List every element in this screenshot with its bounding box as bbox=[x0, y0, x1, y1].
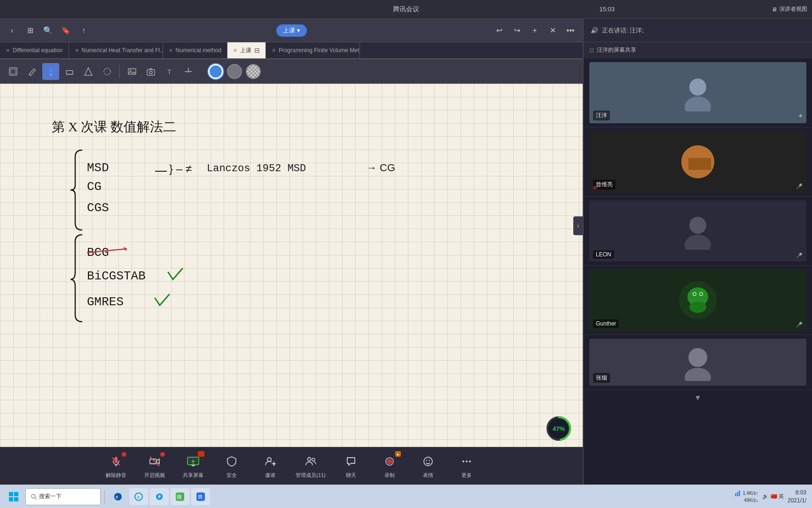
svg-point-43 bbox=[424, 457, 432, 466]
svg-text:e: e bbox=[137, 495, 140, 500]
chat-btn[interactable]: 聊天 bbox=[338, 453, 364, 479]
svg-rect-50 bbox=[14, 492, 18, 496]
share-screen-icon bbox=[184, 453, 203, 470]
manage-members-btn[interactable]: 管理成员(11) bbox=[296, 453, 326, 479]
image-tool[interactable] bbox=[124, 63, 141, 80]
participant-gunther-video: Gunther 🎤 bbox=[589, 270, 806, 331]
collapse-panel-btn[interactable]: › bbox=[573, 216, 583, 235]
svg-line-54 bbox=[35, 498, 37, 500]
svg-text:e: e bbox=[116, 494, 118, 500]
system-tray: 1.4K/s↑49K/s↓ 🔊 🇨🇳 英 8:03 2021/1/ bbox=[583, 484, 812, 508]
color-blue[interactable] bbox=[208, 64, 223, 79]
class-btn[interactable]: 上课 ▾ bbox=[276, 24, 307, 37]
participant-gunther: Gunther 🎤 bbox=[584, 266, 812, 335]
tab-differential-equation[interactable]: ✕ Differential equation bbox=[0, 42, 69, 58]
undo-btn[interactable]: ↩ bbox=[492, 23, 507, 38]
color-pattern[interactable] bbox=[246, 64, 261, 79]
svg-point-53 bbox=[31, 494, 35, 498]
search-label: 搜索一下 bbox=[39, 492, 62, 500]
taskbar-edge[interactable] bbox=[150, 488, 169, 505]
svg-text:腾: 腾 bbox=[198, 494, 203, 500]
tab-close-icon[interactable]: ✕ bbox=[6, 48, 10, 54]
tab-close-icon[interactable]: ✕ bbox=[75, 48, 79, 54]
svg-point-48 bbox=[469, 460, 471, 462]
more-btn[interactable]: ••• bbox=[563, 23, 578, 38]
svg-point-44 bbox=[426, 460, 427, 461]
svg-text:47%: 47% bbox=[553, 425, 565, 432]
svg-rect-51 bbox=[9, 497, 13, 501]
close-btn[interactable]: ✕ bbox=[545, 23, 560, 38]
select-tool[interactable] bbox=[5, 63, 22, 80]
svg-point-63 bbox=[689, 79, 706, 95]
tab-numerical-heat-transfer[interactable]: ✕ Numerical Heat Transfer and Fl... bbox=[69, 42, 163, 58]
taskbar-ie[interactable]: e bbox=[129, 488, 148, 505]
share-btn[interactable]: ↑ bbox=[76, 23, 91, 38]
taskbar-win-icon[interactable]: e bbox=[109, 488, 127, 505]
tab-programming-fvm[interactable]: ✕ Programming Finite Volume Met... bbox=[266, 42, 360, 58]
manage-members-icon bbox=[301, 453, 320, 470]
redo-btn[interactable]: ↪ bbox=[509, 23, 524, 38]
tab-close-icon[interactable]: ✕ bbox=[233, 48, 237, 54]
svg-point-17 bbox=[187, 71, 189, 72]
svg-point-46 bbox=[462, 460, 464, 462]
svg-rect-52 bbox=[14, 497, 18, 501]
tab-numerical-method[interactable]: ✕ Numerical method bbox=[163, 42, 227, 58]
svg-point-67 bbox=[689, 217, 706, 234]
taskbar-wechat[interactable]: 微 bbox=[171, 488, 189, 505]
lasso-tool[interactable] bbox=[99, 63, 116, 80]
participant-leon-video: LEON 🎤 bbox=[589, 200, 806, 262]
bookmark-btn[interactable]: 🔖 bbox=[58, 23, 73, 38]
participant-leon-icons: 🎤 bbox=[796, 253, 803, 259]
grid-btn[interactable]: ⊞ bbox=[23, 23, 38, 38]
taskbar-tencent[interactable]: 腾 bbox=[191, 488, 210, 505]
color-tools bbox=[208, 64, 261, 79]
svg-point-45 bbox=[429, 460, 430, 461]
record-btn[interactable]: ▲ 录制 bbox=[376, 453, 403, 479]
tab-close-icon[interactable]: ✕ bbox=[169, 48, 173, 54]
start-btn[interactable] bbox=[4, 488, 23, 505]
participant-wangyang-icons: 🎤 bbox=[796, 114, 803, 120]
eraser-tool[interactable] bbox=[61, 63, 78, 80]
color-light[interactable] bbox=[227, 64, 242, 79]
more-btn[interactable]: 更多 bbox=[453, 453, 480, 479]
presenting-badge: ⊡ 汪洋的屏幕共享 bbox=[584, 42, 812, 58]
taskbar-search[interactable]: 搜索一下 bbox=[25, 488, 101, 505]
app-title: 腾讯会议 bbox=[393, 5, 419, 14]
pen-tool[interactable] bbox=[23, 63, 40, 80]
svg-point-40 bbox=[312, 458, 315, 461]
participant-zhangyan: 张烟 bbox=[584, 335, 812, 390]
record-icon: ▲ bbox=[380, 453, 399, 470]
video-label: 开启视频 bbox=[144, 472, 165, 479]
add-page-btn[interactable]: + bbox=[527, 23, 542, 38]
presenting-text: 汪洋的屏幕共享 bbox=[597, 46, 636, 54]
tab-class-active[interactable]: ✕ 上课 ⊟ bbox=[227, 42, 266, 58]
share-screen-btn[interactable]: 共享屏幕 bbox=[180, 453, 206, 479]
emoji-btn[interactable]: 表情 bbox=[415, 453, 441, 479]
invite-btn[interactable]: 邀请 bbox=[257, 453, 283, 479]
taskbar-sep1 bbox=[104, 490, 105, 504]
camera-tool[interactable] bbox=[142, 63, 159, 80]
svg-point-74 bbox=[694, 293, 695, 295]
svg-rect-5 bbox=[66, 71, 73, 74]
taskbar: 搜索一下 e e 微 腾 bbox=[0, 484, 583, 508]
tab-close-icon[interactable]: ✕ bbox=[272, 48, 276, 54]
mute-btn[interactable]: 解除静音 bbox=[103, 453, 129, 479]
back-btn[interactable]: ‹ bbox=[5, 23, 20, 38]
scroll-down-btn[interactable]: ▼ bbox=[584, 390, 812, 406]
canvas-area[interactable]: 第 X 次课 数值解法二 MSD } – ≠ CG CGS Lanczos 19… bbox=[0, 84, 583, 470]
mute-icon bbox=[107, 453, 125, 470]
participant-gunther-icons: 🎤 bbox=[796, 322, 803, 328]
highlight-tool[interactable] bbox=[42, 63, 59, 80]
presenter-view-btn[interactable]: 🖥 演讲者视图 bbox=[772, 5, 807, 13]
shapes-tool[interactable] bbox=[80, 63, 97, 80]
search-btn[interactable]: 🔍 bbox=[40, 23, 55, 38]
svg-point-12 bbox=[149, 71, 152, 74]
right-panel: 🔊 正在讲话: 汪洋; ⊡ 汪洋的屏幕共享 汪洋 🎤 ▓▓▓ 曾维亮 🎤 bbox=[583, 19, 812, 508]
security-btn[interactable]: 安全 bbox=[219, 453, 245, 479]
participant-zengweiliang-name: 曾维亮 bbox=[593, 180, 616, 190]
text-tool[interactable]: T bbox=[161, 63, 178, 80]
tabs-area: ✕ Differential equation ✕ Numerical Heat… bbox=[0, 42, 583, 59]
video-btn[interactable]: 开启视频 bbox=[141, 453, 168, 479]
laser-tool[interactable] bbox=[180, 63, 197, 80]
svg-text:▓▓▓: ▓▓▓ bbox=[688, 157, 711, 170]
